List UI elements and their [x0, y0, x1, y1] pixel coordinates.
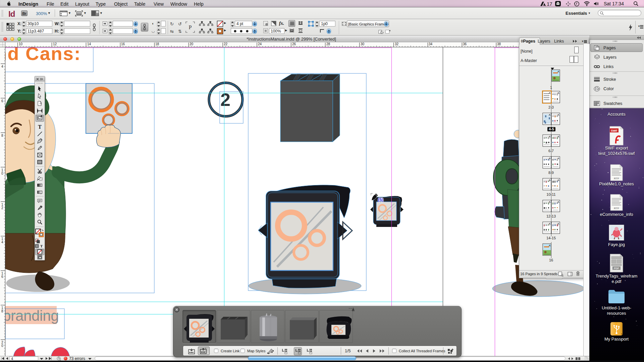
- svg-text:branding: branding: [3, 307, 59, 324]
- svg-text:A: A: [549, 92, 551, 95]
- svg-text:10: 10: [19, 42, 23, 46]
- svg-text:(5): (5): [378, 197, 384, 202]
- svg-text:16: 16: [549, 258, 553, 262]
- svg-text:A: A: [557, 92, 559, 95]
- svg-text:32: 32: [395, 42, 399, 46]
- svg-text:T: T: [40, 244, 43, 248]
- svg-text:30: 30: [361, 42, 365, 46]
- svg-text:20: 20: [190, 42, 194, 46]
- svg-text:A: A: [557, 179, 559, 182]
- svg-text:A: A: [549, 179, 551, 182]
- svg-text:P: P: [189, 24, 192, 30]
- svg-text:RTF: RTF: [614, 207, 619, 210]
- svg-text:12-13: 12-13: [546, 214, 556, 218]
- svg-text:24: 24: [258, 42, 262, 46]
- svg-text:38: 38: [497, 42, 501, 46]
- svg-text:26: 26: [292, 42, 296, 46]
- svg-text:A: A: [557, 135, 559, 138]
- svg-text:1: 1: [550, 85, 552, 89]
- svg-text:14: 14: [87, 42, 91, 46]
- svg-text:A: A: [549, 222, 551, 225]
- svg-text:A: A: [557, 222, 559, 225]
- svg-text:RTF: RTF: [614, 177, 619, 180]
- svg-text:0: 0: [1, 344, 3, 348]
- svg-text:4: 4: [1, 240, 3, 244]
- svg-text:4: 4: [1, 65, 3, 68]
- svg-text:8-9: 8-9: [548, 171, 554, 175]
- svg-text:A: A: [549, 244, 551, 247]
- svg-text:6: 6: [1, 99, 3, 103]
- svg-text:8: 8: [1, 134, 3, 137]
- svg-text:2-3: 2-3: [548, 105, 554, 109]
- svg-text:A: A: [557, 70, 559, 73]
- svg-text:A: A: [549, 157, 551, 160]
- svg-text:2: 2: [220, 89, 230, 110]
- svg-text:16: 16: [121, 42, 125, 46]
- svg-text:0: 0: [1, 172, 3, 175]
- svg-text:6-7: 6-7: [548, 149, 554, 153]
- svg-text:SWF: SWF: [611, 129, 618, 132]
- svg-text:10-11: 10-11: [546, 192, 555, 196]
- svg-text:A: A: [549, 113, 551, 116]
- svg-text:A: A: [549, 135, 551, 138]
- svg-text:8: 8: [1, 309, 3, 313]
- svg-text:36: 36: [463, 42, 467, 46]
- svg-text:34: 34: [429, 42, 433, 46]
- svg-text:18: 18: [155, 42, 159, 46]
- svg-text:6: 6: [1, 275, 3, 279]
- svg-text:2: 2: [1, 206, 3, 210]
- svg-text:T: T: [38, 124, 42, 130]
- svg-text:A: A: [549, 200, 551, 203]
- svg-text:PDF: PDF: [614, 267, 619, 270]
- svg-text:14-15: 14-15: [546, 236, 556, 240]
- svg-text:22: 22: [224, 42, 228, 46]
- svg-text:4-5: 4-5: [549, 127, 554, 131]
- svg-text:A: A: [557, 157, 559, 160]
- svg-text:A: A: [557, 113, 559, 116]
- svg-text:28: 28: [326, 42, 330, 46]
- svg-text:A: A: [557, 200, 559, 203]
- svg-text:12: 12: [53, 42, 57, 46]
